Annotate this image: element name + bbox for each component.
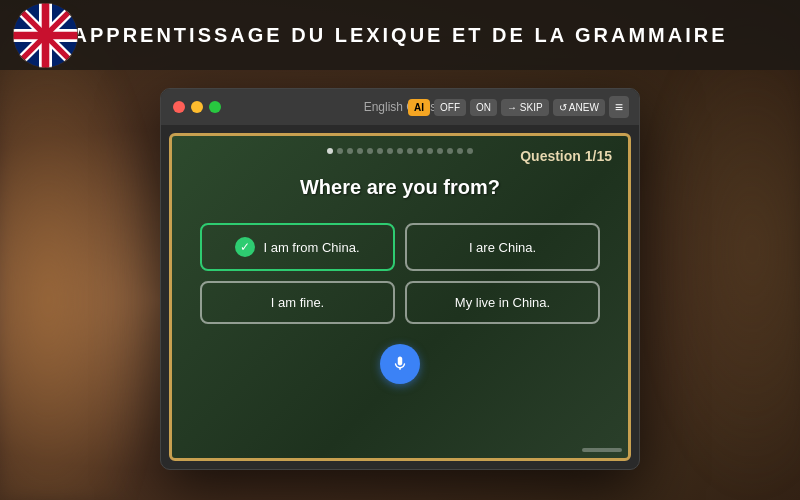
progress-dot-3 <box>347 148 353 154</box>
answer-button-2[interactable]: I are China. <box>405 223 600 271</box>
progress-dot-11 <box>427 148 433 154</box>
on-button[interactable]: ON <box>470 99 497 116</box>
progress-dot-12 <box>437 148 443 154</box>
progress-dot-4 <box>357 148 363 154</box>
mic-icon <box>391 355 409 373</box>
ai-button[interactable]: AI <box>408 99 430 116</box>
chalkboard: Question 1/15 Where are you from? ✓I am … <box>169 133 631 461</box>
bg-blur-left <box>0 0 160 500</box>
progress-dot-8 <box>397 148 403 154</box>
anew-button[interactable]: ↺ ANEW <box>553 99 605 116</box>
flag-uk <box>10 0 80 70</box>
progress-dot-6 <box>377 148 383 154</box>
answer-button-4[interactable]: My live in China. <box>405 281 600 324</box>
correct-icon: ✓ <box>235 237 255 257</box>
progress-dot-10 <box>417 148 423 154</box>
answer-button-3[interactable]: I am fine. <box>200 281 395 324</box>
scrollbar-hint <box>582 448 622 452</box>
question-text: Where are you from? <box>300 176 500 199</box>
answer-button-1[interactable]: ✓I am from China. <box>200 223 395 271</box>
top-header: APPRENTISSAGE DU LEXIQUE ET DE LA GRAMMA… <box>0 0 800 70</box>
close-button[interactable] <box>173 101 185 113</box>
answers-grid: ✓I am from China.I are China.I am fine.M… <box>200 223 600 324</box>
progress-dot-7 <box>387 148 393 154</box>
title-bar: English Class AI OFF ON → SKIP ↺ ANEW ≡ <box>161 89 639 125</box>
answer-text-4: My live in China. <box>455 295 550 310</box>
answer-text-3: I am fine. <box>271 295 324 310</box>
traffic-lights <box>173 101 221 113</box>
answer-text-1: I am from China. <box>263 240 359 255</box>
progress-dot-9 <box>407 148 413 154</box>
progress-dot-5 <box>367 148 373 154</box>
progress-dot-14 <box>457 148 463 154</box>
toolbar-right: AI OFF ON → SKIP ↺ ANEW ≡ <box>408 96 629 118</box>
microphone-button[interactable] <box>380 344 420 384</box>
bg-blur-right <box>640 0 800 500</box>
progress-dot-1 <box>327 148 333 154</box>
question-number: Question 1/15 <box>520 148 612 164</box>
progress-dot-2 <box>337 148 343 154</box>
app-window: English Class AI OFF ON → SKIP ↺ ANEW ≡ … <box>160 88 640 470</box>
off-button[interactable]: OFF <box>434 99 466 116</box>
answer-text-2: I are China. <box>469 240 536 255</box>
progress-dot-13 <box>447 148 453 154</box>
progress-dot-15 <box>467 148 473 154</box>
progress-dots <box>327 148 473 154</box>
maximize-button[interactable] <box>209 101 221 113</box>
skip-button[interactable]: → SKIP <box>501 99 549 116</box>
page-title: APPRENTISSAGE DU LEXIQUE ET DE LA GRAMMA… <box>73 24 728 47</box>
minimize-button[interactable] <box>191 101 203 113</box>
menu-button[interactable]: ≡ <box>609 96 629 118</box>
